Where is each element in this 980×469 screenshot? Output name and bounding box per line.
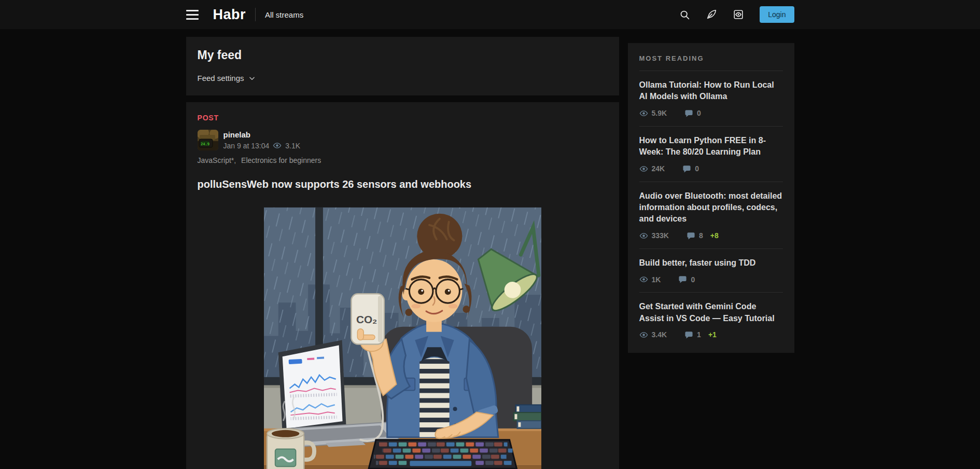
post-illustration: CO₂ [264, 206, 541, 469]
most-reading-title: MOST READING [639, 54, 783, 62]
comments-count[interactable]: 0 [697, 109, 701, 117]
article-link[interactable]: How to Learn Python FREE in 8-Week: The … [639, 135, 783, 158]
hamburger-menu-icon[interactable] [186, 10, 199, 20]
most-reading-item: Ollama Tutorial: How to Run Local AI Mod… [639, 79, 783, 118]
author-name[interactable]: pinelab [223, 130, 301, 139]
books [513, 405, 541, 429]
login-button[interactable]: Login [760, 6, 794, 23]
co2-device: CO₂ [351, 294, 384, 344]
feed-settings-label: Feed settings [198, 74, 244, 82]
new-comments-badge[interactable]: +1 [708, 330, 717, 339]
post-views: 3.1K [285, 142, 300, 150]
top-navbar: Habr All streams [0, 0, 980, 29]
views-eye-icon [273, 141, 282, 150]
views-count: 24K [652, 164, 665, 173]
habr-logo[interactable]: Habr [213, 7, 246, 23]
post-hubs: JavaScript*, Electronics for beginners [198, 156, 608, 164]
divider [639, 292, 783, 293]
most-reading-item: Audio over Bluetooth: most detailed info… [639, 190, 783, 240]
views-count: 5.9K [652, 109, 667, 117]
divider [639, 126, 783, 127]
illustration-woman-co2-sensor: CO₂ [264, 206, 541, 469]
feed-settings-button[interactable]: Feed settings [198, 74, 256, 82]
article-link[interactable]: Build better, faster using TDD [639, 257, 783, 269]
reader-eye-square-icon[interactable] [733, 9, 744, 20]
views-count: 3.4K [652, 330, 667, 339]
author-avatar[interactable]: 24.9 [198, 130, 218, 150]
views-eye-icon [639, 275, 648, 284]
views-eye-icon [639, 109, 648, 118]
views-eye-icon [639, 330, 648, 339]
views-eye-icon [639, 231, 648, 240]
comments-icon[interactable] [684, 330, 693, 339]
post-title[interactable]: polluSensWeb now supports 26 sensors and… [198, 178, 608, 190]
comments-icon[interactable] [678, 275, 687, 284]
divider [639, 249, 783, 249]
comments-count[interactable]: 1 [697, 330, 701, 339]
divider [639, 71, 783, 71]
comments-icon[interactable] [682, 164, 691, 173]
nav-all-streams[interactable]: All streams [265, 10, 303, 19]
write-pen-icon[interactable] [706, 9, 717, 20]
comments-count[interactable]: 0 [695, 164, 699, 173]
views-count: 1K [652, 275, 661, 284]
comments-count[interactable]: 0 [691, 275, 695, 284]
svg-text:CO₂: CO₂ [356, 313, 376, 325]
most-reading-item: Build better, faster using TDD 1K 0 [639, 257, 783, 284]
post-date: Jan 9 at 13:04 [223, 142, 270, 150]
post-card: POST 24.9 pinelab [186, 102, 619, 469]
nav-divider [255, 8, 256, 21]
page-title: My feed [198, 48, 608, 62]
search-icon[interactable] [679, 9, 690, 20]
hub-link-electronics[interactable]: Electronics for beginners [241, 156, 321, 164]
svg-text:24.9: 24.9 [201, 142, 209, 146]
comments-icon[interactable] [684, 109, 693, 118]
new-comments-badge[interactable]: +8 [710, 231, 719, 240]
keyboard [369, 440, 516, 468]
most-reading-card: MOST READING Ollama Tutorial: How to Run… [628, 43, 794, 353]
article-link[interactable]: Ollama Tutorial: How to Run Local AI Mod… [639, 79, 783, 103]
most-reading-item: How to Learn Python FREE in 8-Week: The … [639, 135, 783, 173]
avatar-image: 24.9 [198, 130, 218, 150]
comments-count[interactable]: 8 [699, 231, 703, 240]
views-eye-icon [639, 164, 648, 173]
chevron-down-icon [248, 75, 256, 82]
views-count: 333K [652, 231, 669, 240]
hub-link-javascript[interactable]: JavaScript*, [198, 156, 236, 164]
most-reading-item: Get Started with Gemini Code Assist in V… [639, 301, 783, 339]
divider [639, 182, 783, 182]
my-feed-card: My feed Feed settings [186, 37, 619, 95]
article-link[interactable]: Get Started with Gemini Code Assist in V… [639, 301, 783, 324]
comments-icon[interactable] [687, 231, 695, 240]
article-link[interactable]: Audio over Bluetooth: most detailed info… [639, 190, 783, 225]
post-type-badge: POST [198, 114, 608, 122]
